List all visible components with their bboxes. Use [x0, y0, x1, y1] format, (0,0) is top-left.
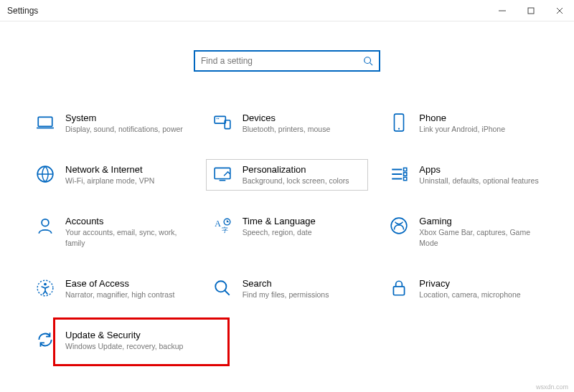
window-title: Settings: [7, 6, 38, 16]
search-input[interactable]: [201, 56, 363, 66]
tile-gaming[interactable]: GamingXbox Game Bar, captures, Game Mode: [382, 211, 545, 252]
tile-apps[interactable]: AppsUninstall, defaults, optional featur…: [382, 159, 545, 191]
tile-desc: Bluetooth, printers, mouse: [243, 124, 331, 134]
tile-desc: Link your Android, iPhone: [419, 124, 505, 134]
svg-rect-2: [38, 117, 52, 126]
svg-text:字: 字: [222, 226, 228, 234]
svg-point-18: [391, 219, 407, 234]
tile-desc: Windows Update, recovery, backup: [65, 341, 183, 351]
tile-title: Update & Security: [65, 330, 183, 340]
svg-rect-12: [404, 173, 407, 176]
svg-rect-3: [215, 116, 225, 123]
tile-system[interactable]: SystemDisplay, sound, notifications, pow…: [29, 107, 192, 139]
tile-desc: Your accounts, email, sync, work, family: [65, 227, 185, 247]
svg-rect-10: [215, 168, 230, 179]
tile-title: Devices: [243, 113, 331, 123]
tile-desc: Xbox Game Bar, captures, Game Mode: [419, 227, 539, 247]
svg-rect-13: [404, 178, 407, 181]
watermark: wsxdn.com: [536, 383, 568, 391]
search-icon: [363, 56, 373, 66]
tile-title: Phone: [419, 113, 505, 123]
window-controls: [488, 0, 574, 21]
tile-title: Ease of Access: [65, 278, 174, 289]
tile-accounts[interactable]: AccountsYour accounts, email, sync, work…: [29, 211, 192, 252]
minimize-button[interactable]: [488, 0, 517, 21]
tile-desc: Location, camera, microphone: [419, 290, 520, 300]
svg-point-8: [398, 128, 400, 130]
tile-desc: Narrator, magnifier, high contrast: [65, 290, 174, 300]
tile-desc: Uninstall, defaults, optional features: [419, 176, 538, 186]
tile-title: System: [65, 113, 183, 123]
svg-point-14: [42, 219, 49, 226]
tile-desc: Find my files, permissions: [243, 290, 329, 300]
tile-title: Time & Language: [243, 216, 316, 226]
tile-desc: Display, sound, notifications, power: [65, 124, 183, 134]
tile-title: Search: [243, 278, 329, 289]
tile-title: Accounts: [65, 216, 185, 226]
tile-title: Privacy: [419, 278, 520, 289]
svg-point-21: [215, 281, 226, 292]
accounts-icon: [35, 216, 55, 236]
time-icon: A字: [212, 216, 232, 236]
tile-desc: Wi-Fi, airplane mode, VPN: [65, 176, 154, 186]
tile-time-language[interactable]: A字 Time & LanguageSpeech, region, date: [206, 211, 369, 252]
maximize-button[interactable]: [517, 0, 545, 21]
search-tile-icon: [212, 278, 232, 298]
apps-icon: [389, 164, 409, 184]
update-icon: [35, 330, 55, 350]
tile-update-security[interactable]: Update & SecurityWindows Update, recover…: [29, 325, 192, 356]
tile-devices[interactable]: DevicesBluetooth, printers, mouse: [206, 107, 369, 139]
tile-title: Personalization: [243, 164, 349, 175]
svg-point-20: [44, 282, 47, 285]
personalization-icon: [212, 164, 232, 184]
devices-icon: [212, 113, 232, 133]
tile-ease-of-access[interactable]: Ease of AccessNarrator, magnifier, high …: [29, 273, 192, 305]
tile-search[interactable]: SearchFind my files, permissions: [206, 273, 369, 305]
tile-privacy[interactable]: PrivacyLocation, camera, microphone: [382, 273, 545, 305]
settings-grid: SystemDisplay, sound, notifications, pow…: [29, 107, 545, 356]
svg-rect-11: [404, 168, 407, 171]
tile-desc: Background, lock screen, colors: [243, 176, 349, 186]
tile-title: Apps: [419, 164, 538, 175]
phone-icon: [389, 113, 409, 133]
svg-text:A: A: [215, 219, 221, 229]
svg-point-5: [216, 118, 217, 120]
tile-desc: Speech, region, date: [243, 227, 316, 237]
tile-personalization[interactable]: PersonalizationBackground, lock screen, …: [206, 159, 369, 191]
tile-phone[interactable]: PhoneLink your Android, iPhone: [382, 107, 545, 139]
svg-rect-0: [528, 8, 534, 14]
system-icon: [35, 113, 55, 133]
content: SystemDisplay, sound, notifications, pow…: [0, 21, 574, 356]
privacy-icon: [389, 278, 409, 298]
tile-title: Gaming: [419, 216, 539, 226]
search-box[interactable]: [194, 50, 380, 72]
titlebar: Settings: [0, 0, 574, 21]
close-button[interactable]: [545, 0, 574, 21]
gaming-icon: [389, 216, 409, 236]
network-icon: [35, 164, 55, 184]
tile-network[interactable]: Network & InternetWi-Fi, airplane mode, …: [29, 159, 192, 191]
svg-point-6: [217, 118, 219, 120]
svg-rect-22: [394, 287, 405, 295]
ease-icon: [35, 278, 55, 298]
svg-point-1: [364, 57, 371, 64]
tile-title: Network & Internet: [65, 164, 154, 175]
